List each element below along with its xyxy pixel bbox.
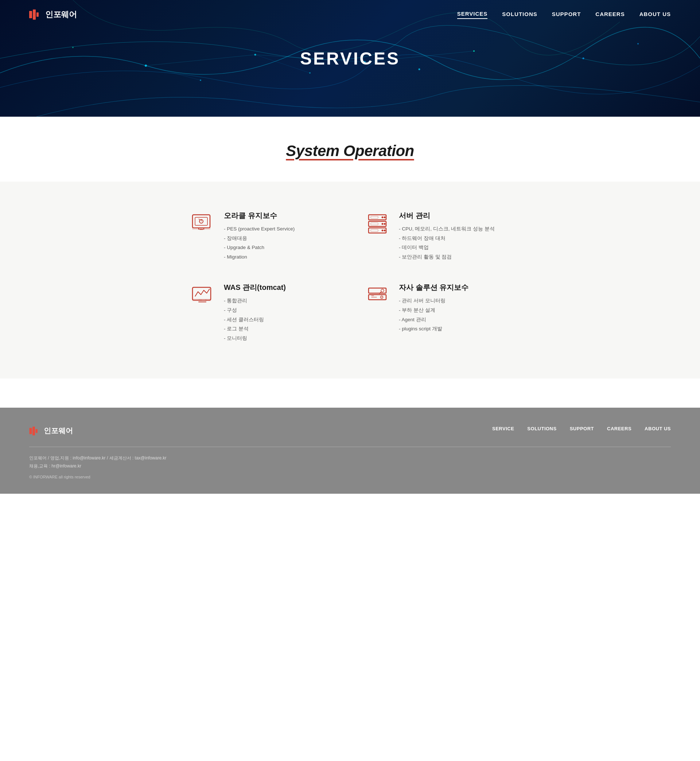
server-item-2: - 데이터 백업 — [399, 244, 495, 252]
svg-rect-28 — [369, 221, 386, 227]
solution-item-3: - plugins script 개발 — [399, 325, 469, 333]
svg-point-32 — [381, 223, 383, 225]
solution-icon — [366, 284, 389, 307]
footer-top: 인포웨어 SERVICE SOLUTIONS SUPPORT CAREERS A… — [29, 426, 671, 436]
svg-point-34 — [381, 229, 383, 231]
was-item-1: - 구성 — [224, 306, 286, 314]
solution-item-2: - Agent 관리 — [399, 316, 469, 324]
footer-logo-text: 인포웨어 — [44, 426, 73, 436]
oracle-list: - PES (proactive Expert Service) - 장애대응 … — [224, 225, 295, 261]
svg-rect-44 — [369, 288, 386, 293]
nav-support[interactable]: SUPPORT — [552, 11, 581, 19]
services-section: 오라클 유지보수 - PES (proactive Expert Service… — [0, 181, 700, 378]
svg-rect-54 — [36, 429, 38, 433]
svg-point-51 — [381, 297, 382, 298]
service-was: WAS 관리(tomcat) - 통합관리 - 구성 - 세션 클러스터링 - … — [189, 283, 336, 342]
svg-point-11 — [72, 47, 73, 48]
server-item-0: - CPU, 메모리, 디스크, 네트워크 성능 분석 — [399, 225, 495, 233]
footer-nav-solutions[interactable]: SOLUTIONS — [527, 426, 556, 431]
oracle-item-0: - PES (proactive Expert Service) — [224, 225, 295, 233]
oracle-content: 오라클 유지보수 - PES (proactive Expert Service… — [224, 211, 295, 261]
footer-info-line1: 인포웨어 / 영업,지원 : info@infoware.kr / 세금계산서 … — [29, 454, 671, 463]
oracle-icon-wrap — [189, 211, 215, 236]
svg-rect-38 — [371, 229, 378, 231]
oracle-item-2: - Upgrade & Patch — [224, 244, 295, 252]
svg-rect-2 — [36, 13, 39, 17]
solution-item-1: - 부하 분산 설계 — [399, 306, 469, 314]
footer-divider — [29, 447, 671, 447]
solution-list: - 관리 서버 모니터링 - 부하 분산 설계 - Agent 관리 - plu… — [399, 297, 469, 333]
svg-rect-37 — [371, 223, 378, 225]
footer-copyright: © INFORWARE all rights reserved — [29, 475, 671, 479]
footer-nav-about[interactable]: ABOUT US — [645, 426, 671, 431]
server-icon — [366, 212, 389, 236]
was-item-4: - 모니터링 — [224, 334, 286, 342]
svg-rect-27 — [369, 215, 386, 220]
svg-point-10 — [419, 69, 420, 70]
svg-rect-52 — [30, 428, 32, 434]
oracle-item-1: - 장애대응 — [224, 234, 295, 242]
site-footer: 인포웨어 SERVICE SOLUTIONS SUPPORT CAREERS A… — [0, 408, 700, 493]
svg-rect-53 — [33, 427, 35, 435]
hero-title: SERVICES — [300, 48, 400, 69]
footer-info-line2: 채용,교육 : hr@infoware.kr — [29, 463, 671, 470]
service-oracle: 오라클 유지보수 - PES (proactive Expert Service… — [189, 211, 336, 261]
server-item-1: - 하드웨어 장애 대처 — [399, 234, 495, 242]
svg-rect-0 — [29, 11, 32, 18]
logo-icon — [29, 9, 42, 20]
footer-logo[interactable]: 인포웨어 — [29, 426, 73, 436]
server-content: 서버 관리 - CPU, 메모리, 디스크, 네트워크 성능 분석 - 하드웨어… — [399, 211, 495, 261]
was-item-2: - 세션 클러스터링 — [224, 316, 286, 324]
section-title-area: System Operation — [0, 117, 700, 181]
was-icon-wrap — [189, 283, 215, 308]
footer-nav-careers[interactable]: CAREERS — [607, 426, 631, 431]
svg-point-12 — [637, 43, 639, 44]
solution-title: 자사 솔루션 유지보수 — [399, 283, 469, 292]
svg-point-31 — [384, 216, 385, 218]
footer-nav-service[interactable]: SERVICE — [492, 426, 514, 431]
svg-rect-36 — [371, 216, 378, 219]
nav-about[interactable]: ABOUT US — [639, 11, 671, 19]
solution-content: 자사 솔루션 유지보수 - 관리 서버 모니터링 - 부하 분산 설계 - Ag… — [399, 283, 469, 333]
site-header: 인포웨어 SERVICES SOLUTIONS SUPPORT CAREERS … — [0, 0, 700, 29]
server-icon-wrap — [364, 211, 390, 236]
was-icon — [191, 284, 214, 307]
footer-info: 인포웨어 / 영업,지원 : info@infoware.kr / 세금계산서 … — [29, 454, 671, 470]
services-grid: 오라클 유지보수 - PES (proactive Expert Service… — [168, 203, 532, 349]
spacer — [0, 378, 700, 408]
solution-icon-wrap — [364, 283, 390, 308]
svg-point-33 — [384, 223, 385, 225]
svg-rect-45 — [369, 295, 386, 300]
was-content: WAS 관리(tomcat) - 통합관리 - 구성 - 세션 클러스터링 - … — [224, 283, 286, 342]
oracle-item-3: - Migration — [224, 253, 295, 261]
server-list: - CPU, 메모리, 디스크, 네트워크 성능 분석 - 하드웨어 장애 대처… — [399, 225, 495, 261]
svg-line-16 — [146, 66, 200, 80]
was-item-0: - 통합관리 — [224, 297, 286, 305]
footer-nav: SERVICE SOLUTIONS SUPPORT CAREERS ABOUT … — [492, 426, 671, 431]
service-server: 서버 관리 - CPU, 메모리, 디스크, 네트워크 성능 분석 - 하드웨어… — [364, 211, 511, 261]
was-item-3: - 로그 분석 — [224, 325, 286, 333]
svg-point-30 — [381, 216, 383, 218]
oracle-icon — [191, 212, 214, 236]
was-list: - 통합관리 - 구성 - 세션 클러스터링 - 로그 분석 - 모니터링 — [224, 297, 286, 342]
server-item-3: - 보안관리 활동 및 점검 — [399, 253, 495, 261]
logo-text: 인포웨어 — [45, 9, 77, 20]
was-title: WAS 관리(tomcat) — [224, 283, 286, 292]
nav-careers[interactable]: CAREERS — [595, 11, 625, 19]
solution-item-0: - 관리 서버 모니터링 — [399, 297, 469, 305]
svg-point-7 — [583, 58, 584, 59]
nav-solutions[interactable]: SOLUTIONS — [502, 11, 538, 19]
logo[interactable]: 인포웨어 — [29, 9, 77, 20]
footer-nav-support[interactable]: SUPPORT — [570, 426, 594, 431]
server-title: 서버 관리 — [399, 211, 495, 220]
svg-rect-29 — [369, 228, 386, 233]
svg-line-21 — [199, 219, 200, 220]
svg-rect-1 — [33, 9, 36, 20]
section-title: System Operation — [286, 142, 414, 160]
footer-logo-icon — [29, 427, 41, 435]
main-nav: SERVICES SOLUTIONS SUPPORT CAREERS ABOUT… — [457, 11, 671, 19]
nav-services[interactable]: SERVICES — [457, 11, 488, 19]
oracle-title: 오라클 유지보수 — [224, 211, 295, 220]
svg-line-13 — [146, 55, 255, 66]
service-solution: 자사 솔루션 유지보수 - 관리 서버 모니터링 - 부하 분산 설계 - Ag… — [364, 283, 511, 342]
